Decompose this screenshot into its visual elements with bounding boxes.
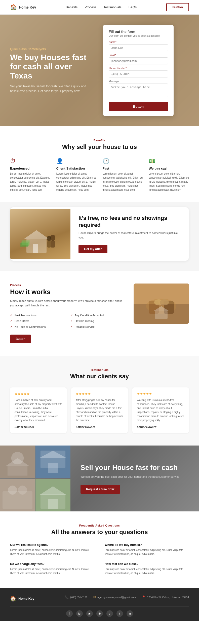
hero-title: We buy Houses fast for cash all over Tex… xyxy=(10,53,96,80)
how-cta-button[interactable]: Button xyxy=(10,335,31,343)
feature-check-icon-3: ✓ xyxy=(10,319,13,323)
email-icon: ✉ xyxy=(93,595,96,599)
footer-contact: 📞 (406) 555-0126 ✉ agencyhomekeyemail@gm… xyxy=(65,595,189,599)
cta-request-button[interactable]: Request a free offer xyxy=(81,485,120,494)
how-inner: Process How it works Simply reach out to… xyxy=(10,284,189,343)
footer: 🏠 Home Key 📞 (406) 555-0126 ✉ agencyhome… xyxy=(0,588,199,621)
hero-section: Quick Cash Homebuyers We buy Houses fast… xyxy=(0,15,199,126)
footer-logo-text: Home Key xyxy=(18,597,34,600)
cta-title: Sell your House fast for cash xyxy=(81,463,189,472)
faq-4: How fast can we close? Lorem ipsum dolor… xyxy=(105,562,189,575)
nav-link-faqs[interactable]: FAQs xyxy=(129,5,137,9)
footer-address-text: 1234 Elm St, Calms, Unknown 89754 xyxy=(147,596,189,599)
footer-bottom: f ig ▶ fb p t in xyxy=(10,610,189,617)
social-youtube[interactable]: ▶ xyxy=(86,610,93,617)
stars-2: ★★★★★ xyxy=(76,392,123,396)
faq-answer-4: Lorem ipsum dolor sit amet, consectetur … xyxy=(105,567,189,575)
promo-title: It's free, no fees and no showings requi… xyxy=(78,215,181,228)
message-field-group: Message xyxy=(109,80,168,98)
name-field-group: Name* xyxy=(109,41,168,51)
name-input[interactable] xyxy=(109,44,168,51)
form-title: Fill out the form xyxy=(109,30,168,34)
stars-1: ★★★★★ xyxy=(15,392,62,396)
experienced-text: Lorem ipsum dolor sit amet, consectetur … xyxy=(10,172,50,192)
testimonial-author-2: Esther Howard xyxy=(76,425,123,428)
social-instagram[interactable]: ig xyxy=(76,610,83,617)
cta-img-3 xyxy=(0,479,35,511)
promo-description: House Buyers brings the power of real es… xyxy=(78,231,181,240)
faq-question-3: Do we charge any fees? xyxy=(10,562,95,566)
fast-icon: 🕐 xyxy=(103,158,143,165)
faq-answer-2: Lorem ipsum dolor sit amet, consectetur … xyxy=(105,548,189,556)
email-input[interactable] xyxy=(109,57,168,64)
testimonial-text-3: Working with us was a stress-free experi… xyxy=(137,398,184,422)
social-pinterest[interactable]: p xyxy=(106,610,113,617)
footer-phone: 📞 (406) 555-0126 xyxy=(65,595,87,599)
svg-rect-9 xyxy=(22,240,30,245)
hero-form-wrapper: Fill out the form Our team will contact … xyxy=(103,25,174,116)
cta-img-1 xyxy=(0,446,35,478)
logo-text: Home Key xyxy=(19,5,36,9)
how-features-grid: ✓ Fast Transactions ✓ Any Condition Acce… xyxy=(10,313,126,329)
promo-image xyxy=(10,209,70,259)
hero-content: Quick Cash Homebuyers We buy Houses fast… xyxy=(10,47,96,94)
nav-link-process[interactable]: Process xyxy=(85,5,96,9)
logo-icon: 🏠 xyxy=(10,4,17,11)
hero-description: Sell your Texas house fast for cash. We … xyxy=(10,84,96,94)
social-linkedin[interactable]: in xyxy=(127,610,133,617)
cta-img-2-svg xyxy=(35,446,70,478)
form-submit-button[interactable]: Button xyxy=(109,102,168,111)
phone-field-group: Phone Number* xyxy=(109,67,168,77)
email-label: Email* xyxy=(109,54,168,57)
cta-img-1-svg xyxy=(0,446,35,478)
feature-check-icon-6: ✓ xyxy=(70,325,73,329)
name-label: Name* xyxy=(109,41,168,44)
message-input[interactable] xyxy=(109,84,168,97)
hero-form: Fill out the form Our team will contact … xyxy=(103,25,174,116)
cta-content: Sell your House fast for cash We can get… xyxy=(70,446,199,511)
testimonial-text-1: I was amazed at how quickly and smoothly… xyxy=(15,398,62,422)
feature-flexible-closing: ✓ Flexible Closing xyxy=(70,319,126,323)
faq-3: Do we charge any fees? Lorem ipsum dolor… xyxy=(10,562,95,575)
promo-section: It's free, no fees and no showings requi… xyxy=(0,202,199,271)
svg-point-5 xyxy=(47,236,51,241)
svg-rect-29 xyxy=(3,491,32,509)
testimonials-section: Testimonials What our clients say ★★★★★ … xyxy=(0,356,199,446)
svg-rect-2 xyxy=(33,244,38,253)
location-icon: 📍 xyxy=(142,595,146,599)
how-description: Simply reach out to us with details abou… xyxy=(10,299,126,308)
cta-image-grid xyxy=(0,446,70,511)
promo-cta-button[interactable]: Get my offer xyxy=(78,245,107,253)
faq-title: All the answers to your questions xyxy=(10,529,189,536)
footer-address: 📍 1234 Elm St, Calms, Unknown 89754 xyxy=(142,595,189,599)
email-field-group: Email* xyxy=(109,54,168,64)
benefits-title: Why sell your house tu us xyxy=(10,143,189,150)
satisfaction-icon: 👤 xyxy=(56,158,97,165)
faq-grid: Our we real estate agents? Lorem ipsum d… xyxy=(10,543,189,575)
social-twitter[interactable]: t xyxy=(116,610,123,617)
svg-rect-22 xyxy=(8,466,27,476)
promo-image-inner xyxy=(10,209,70,259)
cash-title: We pay cash xyxy=(149,167,189,170)
nav-link-benefits[interactable]: Benefits xyxy=(66,5,77,9)
footer-email: ✉ agencyhomekeyemail@gmail.com xyxy=(93,595,136,599)
experienced-icon: ⏱ xyxy=(10,158,50,165)
svg-marker-1 xyxy=(24,230,49,239)
cta-img-2 xyxy=(35,446,70,478)
cash-icon: 💵 xyxy=(149,158,189,165)
social-facebook[interactable]: f xyxy=(66,610,73,617)
phone-input[interactable] xyxy=(109,70,168,77)
social-fb2[interactable]: fb xyxy=(96,610,103,617)
faq-question-4: How fast can we close? xyxy=(105,562,189,566)
handshake-illustration xyxy=(134,284,189,324)
fast-text: Lorem ipsum dolor sit amet, consectetur … xyxy=(103,172,143,192)
experienced-title: Experienced xyxy=(10,167,50,170)
footer-logo: 🏠 Home Key xyxy=(10,595,34,601)
testimonial-author-1: Esther Howard xyxy=(15,425,62,428)
nav-cta-button[interactable]: Button xyxy=(166,3,189,11)
footer-divider xyxy=(10,607,189,607)
benefits-grid: ⏱ Experienced Lorem ipsum dolor sit amet… xyxy=(10,158,189,192)
cash-text: Lorem ipsum dolor sit amet, consectetur … xyxy=(149,172,189,192)
nav-link-testimonials[interactable]: Testimonials xyxy=(103,5,122,9)
feature-check-icon-4: ✓ xyxy=(70,319,73,323)
